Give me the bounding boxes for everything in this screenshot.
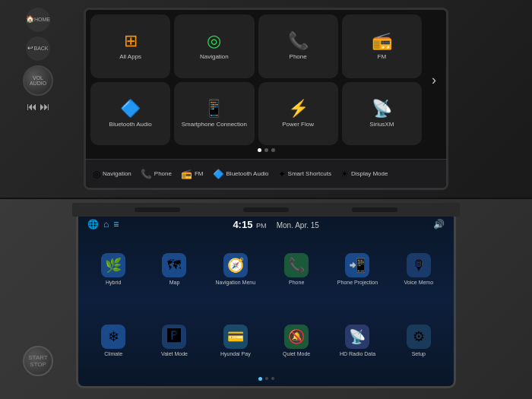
nav-bar-label: Navigation bbox=[103, 170, 131, 178]
time-display: 4:15 PM Mon. Apr. 15 bbox=[233, 217, 318, 231]
bottom-app-hybrid[interactable]: 🌿 Hybrid bbox=[84, 236, 142, 304]
tile-fm[interactable]: 📻 FM bbox=[342, 14, 422, 78]
top-display-area: 🏠HOME ↩BACK VOL AUDIO ⏮ ⏭ ⊞ All Apps ◎ N… bbox=[0, 0, 532, 199]
voice-memo-label: Voice Memo bbox=[404, 280, 434, 286]
bottom-app-grid: 🌿 Hybrid 🗺 Map 🧭 Navigation Menu 📞 Phone… bbox=[84, 236, 448, 375]
bottom-display-area: STARTSTOP 🌐 ⌂ ≡ 4:15 PM Mon. Apr. 15 🔊 bbox=[0, 199, 532, 399]
bottom-app-phone[interactable]: 📞 Phone bbox=[268, 236, 325, 304]
bluetooth-bar-bar-icon: 🔷 bbox=[213, 169, 224, 179]
bottom-app-quiet-mode[interactable]: 🔕 Quiet Mode bbox=[268, 307, 325, 375]
phone-projection-label: Phone Projection bbox=[337, 280, 378, 286]
display-mode-bar-label: Display Mode bbox=[351, 170, 388, 178]
hybrid-icon: 🌿 bbox=[101, 253, 125, 277]
phone-icon: 📞 bbox=[284, 253, 309, 277]
top-screen-bezel: ⊞ All Apps ◎ Navigation 📞 Phone 📻 FM 🔷 B… bbox=[84, 8, 448, 190]
all-apps-icon: ⊞ bbox=[124, 31, 138, 51]
phone-label: Phone bbox=[289, 280, 304, 286]
bottom-dot-1 bbox=[258, 377, 262, 381]
quiet-mode-icon: 🔕 bbox=[284, 325, 309, 349]
volume-knob[interactable]: VOL AUDIO bbox=[23, 65, 53, 96]
voice-memo-icon: 🎙 bbox=[407, 253, 431, 277]
climate-icon: ❄ bbox=[101, 325, 125, 349]
tile-navigation[interactable]: ◎ Navigation bbox=[174, 14, 254, 78]
bottom-app-map[interactable]: 🗺 Map bbox=[145, 236, 203, 304]
bottom-app-hyundai-pay[interactable]: 💳 Hyundai Pay bbox=[207, 307, 264, 375]
smart-shortcuts-bar-icon: ✦ bbox=[278, 169, 286, 179]
bar-item-nav[interactable]: ◎ Navigation bbox=[89, 166, 135, 182]
bar-item-display-mode[interactable]: ☀ Display Mode bbox=[337, 166, 391, 182]
siriusxm-label: SiriusXM bbox=[369, 121, 394, 128]
vent-slot-2 bbox=[243, 207, 289, 212]
bar-item-bluetooth-bar[interactable]: 🔷 Bluetooth Audio bbox=[209, 166, 273, 182]
all-apps-label: All Apps bbox=[119, 53, 141, 61]
navigation-menu-icon: 🧭 bbox=[223, 253, 248, 277]
bottom-app-voice-memo[interactable]: 🎙 Voice Memo bbox=[390, 236, 448, 304]
menu-icon: ≡ bbox=[113, 219, 119, 230]
prev-track-button[interactable]: ⏮ bbox=[27, 100, 37, 112]
bottom-dot-2 bbox=[265, 377, 268, 380]
vent-strip bbox=[72, 203, 460, 217]
vent-slot-1 bbox=[135, 207, 180, 212]
navigation-icon: ◎ bbox=[207, 31, 221, 51]
map-icon: 🗺 bbox=[162, 253, 186, 277]
back-button[interactable]: ↩BACK bbox=[26, 36, 50, 61]
home-icon: ⌂ bbox=[103, 219, 109, 230]
bottom-app-hd-radio[interactable]: 📡 HD Radio Data bbox=[328, 307, 386, 375]
bottom-app-navigation-menu[interactable]: 🧭 Navigation Menu bbox=[207, 236, 264, 304]
tile-phone[interactable]: 📞 Phone bbox=[258, 14, 338, 78]
media-controls: ⏮ ⏭ bbox=[27, 100, 50, 112]
bottom-screen: 🌐 ⌂ ≡ 4:15 PM Mon. Apr. 15 🔊 🌿 Hybrid 🗺 … bbox=[78, 212, 454, 386]
setup-label: Setup bbox=[412, 351, 426, 357]
tile-siriusxm[interactable]: 📡 SiriusXM bbox=[342, 82, 422, 146]
vent-slot-3 bbox=[352, 207, 397, 212]
phone-bar-label: Phone bbox=[154, 170, 172, 178]
nav-bar-icon: ◎ bbox=[93, 169, 100, 179]
bottom-page-dots bbox=[84, 375, 448, 382]
next-track-button[interactable]: ⏭ bbox=[40, 100, 50, 112]
map-label: Map bbox=[169, 280, 180, 286]
hyundai-pay-icon: 💳 bbox=[223, 325, 248, 349]
sound-icon: 🔊 bbox=[433, 219, 445, 230]
page-dot-2 bbox=[264, 148, 268, 152]
bottom-screen-bezel: 🌐 ⌂ ≡ 4:15 PM Mon. Apr. 15 🔊 🌿 Hybrid 🗺 … bbox=[76, 210, 456, 388]
bottom-app-setup[interactable]: ⚙ Setup bbox=[390, 307, 448, 375]
bar-item-fm-bar[interactable]: 📻 FM bbox=[177, 166, 207, 182]
bluetooth-audio-icon: 🔷 bbox=[120, 99, 141, 119]
scroll-right-button[interactable]: › bbox=[426, 14, 442, 145]
home-button[interactable]: 🏠HOME bbox=[26, 8, 50, 32]
navigation-label: Navigation bbox=[200, 53, 229, 61]
valet-mode-label: Valet Mode bbox=[161, 351, 188, 357]
tile-power-flow[interactable]: ⚡ Power Flow bbox=[258, 82, 338, 146]
left-controls: 🏠HOME ↩BACK VOL AUDIO ⏮ ⏭ bbox=[23, 8, 53, 112]
display-mode-bar-icon: ☀ bbox=[340, 169, 349, 179]
app-grid: ⊞ All Apps ◎ Navigation 📞 Phone 📻 FM 🔷 B… bbox=[90, 14, 422, 145]
bar-item-smart-shortcuts[interactable]: ✦ Smart Shortcuts bbox=[274, 166, 335, 182]
setup-icon: ⚙ bbox=[407, 325, 431, 349]
bottom-app-phone-projection[interactable]: 📲 Phone Projection bbox=[328, 236, 386, 304]
quiet-mode-label: Quiet Mode bbox=[283, 351, 310, 357]
bluetooth-bar-bar-label: Bluetooth Audio bbox=[226, 170, 269, 178]
climate-label: Climate bbox=[104, 351, 122, 357]
tile-all-apps[interactable]: ⊞ All Apps bbox=[90, 14, 170, 78]
app-grid-area: ⊞ All Apps ◎ Navigation 📞 Phone 📻 FM 🔷 B… bbox=[90, 14, 442, 145]
phone-icon: 📞 bbox=[288, 31, 309, 51]
tile-bluetooth-audio[interactable]: 🔷 Bluetooth Audio bbox=[90, 82, 170, 146]
top-screen: ⊞ All Apps ◎ Navigation 📞 Phone 📻 FM 🔷 B… bbox=[86, 10, 446, 159]
hd-radio-icon: 📡 bbox=[345, 325, 369, 349]
smartphone-icon: 📱 bbox=[204, 99, 224, 119]
status-right: 🔊 bbox=[433, 219, 445, 230]
fm-bar-bar-label: FM bbox=[195, 170, 204, 178]
bottom-app-climate[interactable]: ❄ Climate bbox=[84, 307, 142, 375]
start-stop-button[interactable]: STARTSTOP bbox=[23, 346, 53, 376]
status-left: 🌐 ⌂ ≡ bbox=[87, 219, 119, 230]
hd-radio-label: HD Radio Data bbox=[340, 351, 375, 357]
bottom-app-valet-mode[interactable]: 🅿 Valet Mode bbox=[145, 307, 203, 375]
navigation-menu-label: Navigation Menu bbox=[216, 280, 256, 286]
page-dots bbox=[90, 145, 442, 154]
phone-label: Phone bbox=[290, 53, 307, 61]
bar-item-phone[interactable]: 📞 Phone bbox=[137, 166, 176, 182]
hybrid-label: Hybrid bbox=[106, 280, 121, 286]
tile-smartphone[interactable]: 📱 Smartphone Connection bbox=[174, 82, 254, 146]
quick-bar: ◎ Navigation 📞 Phone 📻 FM 🔷 Bluetooth Au… bbox=[86, 159, 446, 188]
phone-bar-icon: 📞 bbox=[141, 169, 152, 179]
